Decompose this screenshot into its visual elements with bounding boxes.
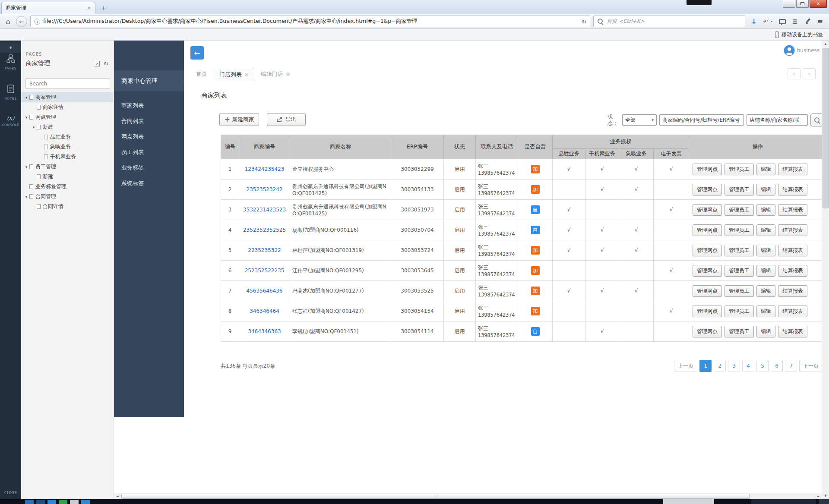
shop-name-input[interactable] (747, 114, 808, 126)
manage-staff-button[interactable]: 管理员工 (725, 265, 754, 277)
taskbar-icon[interactable] (70, 500, 79, 504)
pagination-page-5[interactable]: 5 (756, 360, 769, 372)
manage-staff-button[interactable]: 管理员工 (725, 285, 754, 297)
show-desktop-button[interactable] (819, 499, 829, 504)
tab-close-icon[interactable]: × (87, 5, 91, 11)
taskbar-tray[interactable] (751, 499, 816, 504)
scroll-down-arrow[interactable]: ▼ (822, 492, 829, 499)
manage-outlets-button[interactable]: 管理网点 (693, 184, 722, 195)
settlement-report-button[interactable]: 结算报表 (778, 265, 807, 277)
chevron-down-icon[interactable]: ▾ (771, 20, 773, 23)
pagination-page-6[interactable]: 6 (771, 360, 783, 372)
scroll-left-arrow[interactable]: ◄ (114, 493, 121, 499)
settlement-report-button[interactable]: 结算报表 (778, 306, 807, 317)
tree-item-6[interactable]: 千机网业务 (21, 152, 113, 162)
url-bar[interactable]: i file:///C:/Users/Administrator/Desktop… (30, 16, 590, 27)
home-icon[interactable]: ⌂ (3, 17, 13, 26)
taskbar-icon[interactable] (36, 500, 45, 504)
chat-icon[interactable] (779, 19, 786, 24)
settlement-report-button[interactable]: 结算报表 (778, 164, 807, 175)
settlement-report-button[interactable]: 结算报表 (778, 224, 807, 236)
rail-console-button[interactable]: (x) CONSOLE (0, 115, 21, 127)
caret-down-icon[interactable]: ▾ (31, 125, 36, 129)
edit-button[interactable]: 编辑 (756, 285, 775, 297)
pagination-page-4[interactable]: 4 (742, 360, 754, 372)
back-button[interactable]: ← (16, 16, 27, 27)
tree-item-8[interactable]: 新建 (21, 172, 113, 182)
browser-search-box[interactable]: 百度 <Ctrl+K> (593, 16, 745, 27)
pagination-page-1[interactable]: 1 (699, 360, 712, 372)
menu-item-1[interactable]: 合同列表 (114, 113, 184, 129)
merchant-code-link[interactable]: 2352352352525 (243, 227, 286, 233)
tab-scroll-right-button[interactable]: › (803, 68, 816, 79)
merchant-code-link[interactable]: 346346464 (250, 308, 279, 314)
settlement-report-button[interactable]: 结算报表 (778, 204, 807, 216)
tab-close-icon[interactable]: ⊗ (286, 71, 290, 77)
scroll-up-arrow[interactable]: ▲ (822, 41, 829, 47)
merchant-code-link[interactable]: 45635646436 (247, 288, 283, 294)
tree-item-0[interactable]: ▾商家管理 (21, 92, 113, 102)
manage-staff-button[interactable]: 管理员工 (725, 224, 754, 236)
vertical-scrollbar[interactable]: ▲ ▼ (822, 41, 829, 499)
tab-close-icon[interactable]: ⊗ (244, 72, 249, 78)
vertical-scrollbar-thumb[interactable] (823, 48, 829, 208)
caret-down-icon[interactable]: ▾ (24, 165, 29, 169)
reload-icon[interactable]: ↻ (582, 18, 587, 25)
share-icon[interactable]: ↗ (94, 61, 100, 66)
window-maximize-button[interactable] (796, 0, 809, 8)
tree-item-7[interactable]: ▾员工管理 (21, 162, 113, 172)
settlement-report-button[interactable]: 结算报表 (778, 245, 807, 256)
menu-item-5[interactable]: 系统标签 (114, 176, 184, 191)
manage-staff-button[interactable]: 管理员工 (725, 326, 754, 337)
edit-button[interactable]: 编辑 (756, 245, 775, 256)
proto-tab-2[interactable]: 编辑门店⊗ (256, 68, 295, 81)
proto-tab-0[interactable]: 首页 (191, 68, 212, 81)
close-button[interactable]: CLOSE (0, 491, 21, 495)
taskbar-icon[interactable] (47, 500, 56, 504)
settlement-report-button[interactable]: 结算报表 (778, 326, 807, 337)
tree-item-3[interactable]: ▾新建 (21, 122, 113, 132)
manage-outlets-button[interactable]: 管理网点 (693, 306, 722, 317)
search-button[interactable] (810, 113, 822, 126)
tree-item-4[interactable]: 品胜业务 (21, 132, 113, 142)
manage-staff-button[interactable]: 管理员工 (725, 164, 754, 175)
merchant-code-link[interactable]: 23523523242 (247, 186, 283, 192)
menu-item-3[interactable]: 员工列表 (114, 145, 184, 160)
horizontal-scrollbar[interactable]: ◄ ► (114, 493, 822, 499)
rail-notes-button[interactable]: NOTES (0, 85, 21, 101)
horizontal-scrollbar-thumb[interactable] (121, 494, 750, 499)
browser-tab[interactable]: 商家管理 × (1, 2, 95, 14)
edit-button[interactable]: 编辑 (756, 326, 775, 337)
tree-item-2[interactable]: ▾网点管理 (21, 112, 113, 122)
merchant-code-link[interactable]: 3532231423523 (243, 207, 286, 213)
taskbar-icon[interactable] (81, 500, 90, 504)
window-minimize-button[interactable]: – (783, 0, 795, 8)
pagination-next[interactable]: 下一页 (799, 360, 822, 372)
manage-outlets-button[interactable]: 管理网点 (693, 204, 722, 216)
pagination-page-3[interactable]: 3 (728, 360, 740, 372)
manage-outlets-button[interactable]: 管理网点 (693, 265, 722, 277)
new-tab-button[interactable]: + (98, 3, 109, 13)
tree-item-11[interactable]: 合同详情 (21, 202, 113, 211)
settlement-report-button[interactable]: 结算报表 (778, 285, 807, 297)
manage-outlets-button[interactable]: 管理网点 (693, 224, 722, 236)
menu-item-4[interactable]: 业务标签 (114, 160, 184, 176)
pen-icon[interactable] (804, 18, 811, 25)
tree-item-5[interactable]: 急唤业务 (21, 142, 113, 152)
mobile-bookmarks-label[interactable]: 移动设备上的书签 (782, 31, 823, 38)
history-icon[interactable]: ↶ (763, 18, 769, 25)
tree-item-9[interactable]: 业务标签管理 (21, 182, 113, 192)
collapse-chevron-icon[interactable]: ▾ (0, 42, 21, 53)
merchant-code-input[interactable] (659, 114, 744, 126)
manage-outlets-button[interactable]: 管理网点 (693, 326, 722, 337)
manage-staff-button[interactable]: 管理员工 (725, 306, 754, 317)
pagination-prev[interactable]: 上一页 (674, 360, 697, 372)
edit-button[interactable]: 编辑 (756, 306, 775, 317)
merchant-code-link[interactable]: 252352522235 (245, 268, 285, 274)
menu-item-2[interactable]: 网点列表 (114, 129, 184, 145)
info-icon[interactable]: i (34, 19, 40, 25)
merchant-code-link[interactable]: 123424235423 (245, 166, 285, 172)
manage-outlets-button[interactable]: 管理网点 (693, 285, 722, 297)
new-merchant-button[interactable]: + 新建商家 (219, 113, 259, 126)
panels-icon[interactable]: ⊞ (792, 18, 798, 25)
